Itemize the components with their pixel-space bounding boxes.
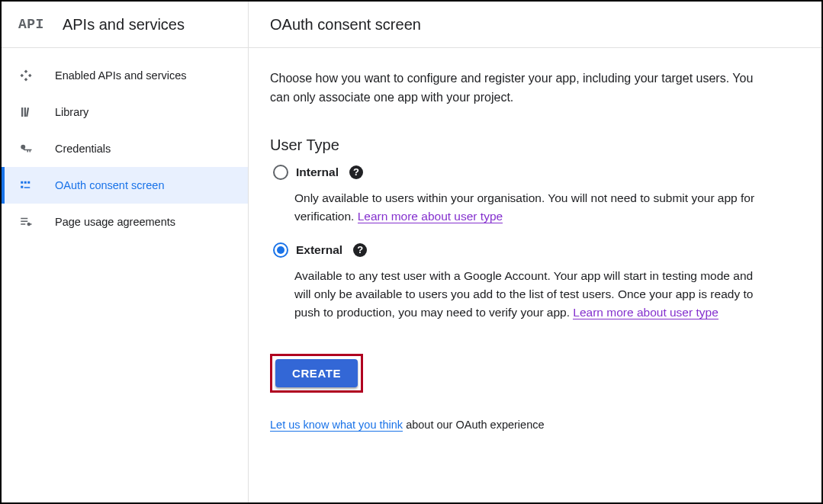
diamond-icon	[18, 68, 34, 83]
key-icon	[18, 141, 34, 156]
sidebar-item-label: OAuth consent screen	[55, 179, 164, 191]
radio-external[interactable]	[273, 242, 288, 258]
sidebar-item-oauth-consent[interactable]: OAuth consent screen	[2, 167, 248, 204]
intro-text: Choose how you want to configure and reg…	[270, 69, 773, 108]
external-description: Available to any test user with a Google…	[294, 267, 767, 322]
sidebar-item-credentials[interactable]: Credentials	[2, 130, 248, 167]
sidebar-item-page-usage[interactable]: Page usage agreements	[2, 204, 248, 240]
learn-more-external-link[interactable]: Learn more about user type	[573, 306, 718, 319]
consent-icon	[18, 178, 34, 193]
sidebar-item-label: Credentials	[55, 143, 111, 155]
user-type-heading: User Type	[270, 136, 797, 154]
sidebar-item-library[interactable]: Library	[2, 94, 248, 130]
feedback-rest: about our OAuth experience	[403, 419, 544, 431]
main-content: Choose how you want to configure and reg…	[249, 48, 821, 502]
internal-description: Only available to users within your orga…	[294, 189, 767, 226]
sidebar-item-label: Enabled APIs and services	[55, 69, 187, 82]
sidebar-item-enabled-apis[interactable]: Enabled APIs and services	[2, 57, 248, 94]
feedback-link[interactable]: Let us know what you think	[270, 419, 403, 432]
help-icon[interactable]: ?	[349, 165, 363, 179]
page-title: OAuth consent screen	[270, 16, 421, 34]
api-logo: API	[18, 17, 44, 32]
create-button-highlight: CREATE	[270, 354, 363, 393]
feedback-text: Let us know what you think about our OAu…	[270, 419, 797, 431]
radio-internal-label: Internal	[296, 165, 339, 179]
radio-internal[interactable]	[273, 165, 288, 180]
sidebar-item-label: Page usage agreements	[55, 216, 175, 228]
sidebar: Enabled APIs and services Library Creden…	[2, 48, 249, 502]
radio-external-label: External	[296, 243, 342, 257]
learn-more-internal-link[interactable]: Learn more about user type	[358, 210, 503, 223]
settings-list-icon	[18, 214, 34, 230]
library-icon	[18, 104, 34, 120]
sidebar-item-label: Library	[55, 106, 88, 118]
section-title: APIs and services	[63, 16, 185, 34]
help-icon[interactable]: ?	[353, 243, 367, 257]
create-button[interactable]: CREATE	[275, 359, 358, 387]
